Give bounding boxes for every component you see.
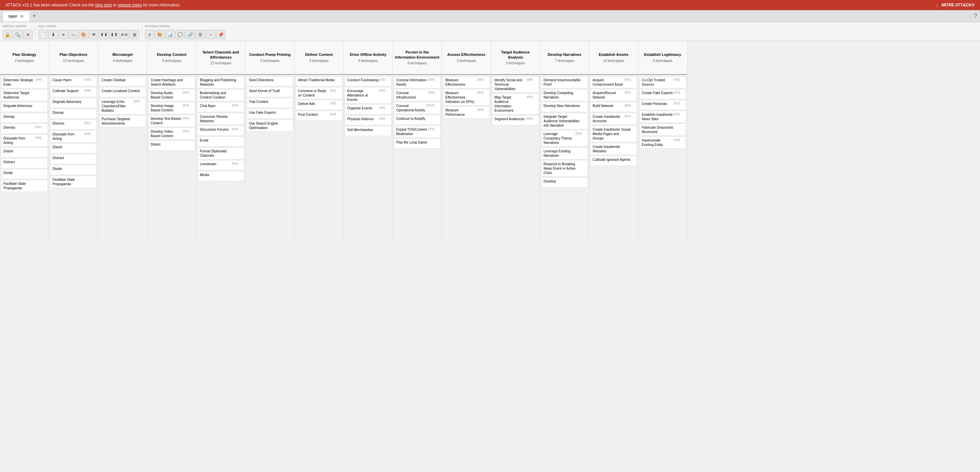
technique-item[interactable]: Leverage Conspiracy Theory Narratives(0/… <box>541 130 588 146</box>
drag-handle[interactable]: ⋮ <box>337 79 340 83</box>
technique-item[interactable]: Cultivate Support(0/8)⋮ <box>50 87 97 97</box>
drag-handle[interactable]: ⋮ <box>91 101 94 105</box>
drag-handle[interactable]: ⋮ <box>582 167 585 171</box>
drag-handle[interactable]: ⋮ <box>42 184 45 188</box>
drag-handle[interactable]: ⋮ <box>386 79 389 83</box>
technique-item[interactable]: Establish Inauthentic News Sites(0/2)⋮ <box>640 111 686 123</box>
technique-item[interactable]: Use Search Engine Optimisation⋮ <box>247 119 293 132</box>
mitre-brand-link[interactable]: MITRE ATT&CK® <box>942 3 975 8</box>
close-all-button[interactable]: ✕✕ <box>119 30 129 39</box>
technique-item[interactable]: Create Inauthentic Websites⋮ <box>590 143 637 155</box>
technique-item[interactable]: Measure Effectiveness(0/5)⋮ <box>443 76 490 88</box>
technique-item[interactable]: Create Inauthentic Social Media Pages an… <box>590 126 637 142</box>
drag-handle[interactable]: ⋮ <box>288 112 291 116</box>
tactic-header[interactable]: Plan Strategy2 techniques <box>0 41 49 75</box>
drag-handle[interactable]: ⋮ <box>632 117 635 121</box>
drag-handle[interactable]: ⋮ <box>91 146 94 150</box>
technique-item[interactable]: Develop New Narratives⋮ <box>541 102 588 112</box>
drag-handle[interactable]: ⋮ <box>533 118 536 122</box>
drag-handle[interactable]: ⋮ <box>337 103 340 107</box>
drag-handle[interactable]: ⋮ <box>632 80 635 84</box>
technique-item[interactable]: Use Fake Experts⋮ <box>247 109 293 119</box>
collapse-button[interactable]: ⬇⬆ <box>110 30 119 39</box>
technique-item[interactable]: Dismay⋮ <box>50 109 97 119</box>
new-layer-button[interactable]: 📄 <box>38 30 48 39</box>
drag-handle[interactable]: ⋮ <box>386 129 389 133</box>
drag-handle[interactable]: ⋮ <box>239 151 242 156</box>
tactic-header[interactable]: Persist in the Information Environment6 … <box>393 41 442 75</box>
drag-handle[interactable]: ⋮ <box>140 90 143 94</box>
drag-handle[interactable]: ⋮ <box>91 157 94 161</box>
drag-handle[interactable]: ⋮ <box>386 107 389 111</box>
technique-item[interactable]: Segment Audiences(0/5)⋮ <box>492 115 539 125</box>
technique-item[interactable]: Determine Strategic Ends(0/4)⋮ <box>1 76 48 88</box>
drag-handle[interactable]: ⋮ <box>91 168 94 172</box>
technique-item[interactable]: Create Localised Content⋮ <box>99 87 146 97</box>
technique-item[interactable]: Facilitate State Propaganda⋮ <box>50 176 97 188</box>
drag-handle[interactable]: ⋮ <box>42 105 45 109</box>
list-button[interactable]: ☰ <box>196 30 205 39</box>
technique-item[interactable]: Livestream(0/2)⋮ <box>197 160 244 170</box>
drag-handle[interactable]: ⋮ <box>632 93 635 97</box>
technique-item[interactable]: Co-Opt Trusted Sources(0/3)⋮ <box>640 76 686 88</box>
technique-item[interactable]: Media⋮ <box>197 171 244 181</box>
drag-handle[interactable]: ⋮ <box>435 80 438 84</box>
drag-handle[interactable]: ⋮ <box>288 101 291 105</box>
technique-item[interactable]: Distract⋮ <box>50 154 97 164</box>
technique-item[interactable]: Conceal Information Assets(0/5)⋮ <box>394 76 441 88</box>
comment-button[interactable]: 💬 <box>175 30 185 39</box>
technique-item[interactable]: Dismiss(0/1)⋮ <box>50 119 97 130</box>
drag-handle[interactable]: ⋮ <box>582 80 585 84</box>
sort-button[interactable]: ↑↓ <box>69 30 78 39</box>
technique-item[interactable]: Measure Performance(0/3)⋮ <box>443 106 490 119</box>
download-button[interactable]: ⬇ <box>48 30 58 39</box>
drag-handle[interactable]: ⋮ <box>681 115 684 119</box>
drag-handle[interactable]: ⋮ <box>632 132 635 136</box>
technique-item[interactable]: Leverage Existing Narratives⋮ <box>541 147 588 159</box>
technique-item[interactable]: Sell Merchandise⋮ <box>345 126 391 136</box>
drag-handle[interactable]: ⋮ <box>42 172 45 176</box>
technique-item[interactable]: Comment or Reply on Content(0/1)⋮ <box>296 87 342 99</box>
drag-handle[interactable]: ⋮ <box>484 80 487 84</box>
drag-handle[interactable]: ⋮ <box>681 103 684 107</box>
technique-item[interactable]: Distort⋮ <box>50 143 97 153</box>
drag-handle[interactable]: ⋮ <box>140 104 143 108</box>
technique-item[interactable]: Divide⋮ <box>50 165 97 175</box>
drag-handle[interactable]: ⋮ <box>42 150 45 154</box>
drag-handle[interactable]: ⋮ <box>582 137 585 140</box>
drag-handle[interactable]: ⋮ <box>91 180 94 184</box>
disable-button[interactable]: ~ <box>206 30 215 39</box>
tactic-header[interactable]: Target Audience Analysis3 techniques <box>491 41 540 75</box>
technique-item[interactable]: Impersonate Existing Entity(0/5)⋮ <box>640 137 686 149</box>
drag-handle[interactable]: ⋮ <box>42 93 45 97</box>
drag-handle[interactable]: ⋮ <box>239 80 242 84</box>
technique-item[interactable]: Distract⋮ <box>1 158 48 168</box>
drag-handle[interactable]: ⋮ <box>42 127 45 131</box>
drag-handle[interactable]: ⋮ <box>435 106 438 110</box>
drag-handle[interactable]: ⋮ <box>484 95 487 100</box>
technique-item[interactable]: Dissuade from Acting(0/3)⋮ <box>1 134 48 146</box>
drag-handle[interactable]: ⋮ <box>91 79 94 83</box>
drag-handle[interactable]: ⋮ <box>533 83 536 87</box>
drag-handle[interactable]: ⋮ <box>189 80 192 84</box>
technique-item[interactable]: Physical Violence(0/2)⋮ <box>345 115 391 125</box>
technique-item[interactable]: Develop Video-Based Content(0/2)⋮ <box>148 128 195 140</box>
filter-button[interactable]: ≡ <box>59 30 68 39</box>
drag-handle[interactable]: ⋮ <box>632 159 635 163</box>
drag-handle[interactable]: ⋮ <box>239 163 242 167</box>
drag-handle[interactable]: ⋮ <box>582 119 585 123</box>
drag-handle[interactable]: ⋮ <box>288 90 291 94</box>
technique-item[interactable]: Trial Content⋮ <box>247 98 293 108</box>
technique-item[interactable]: Conduct Fundraising(0/1)⋮ <box>345 76 391 86</box>
link-button[interactable]: 🔗 <box>186 30 195 39</box>
tactic-header[interactable]: Establish Legitimacy6 techniques <box>638 41 687 75</box>
technique-item[interactable]: Create Inauthentic Accounts(0/4)⋮ <box>590 113 637 125</box>
tactic-header[interactable]: Plan Objectives13 techniques <box>49 41 98 75</box>
technique-item[interactable]: Play the Long Game⋮ <box>394 138 441 149</box>
technique-item[interactable]: Cause Harm(0/3)⋮ <box>50 76 97 86</box>
drag-handle[interactable]: ⋮ <box>681 92 684 96</box>
technique-item[interactable]: Create Hashtags and Search Artefacts⋮ <box>148 76 195 88</box>
drag-handle[interactable]: ⋮ <box>189 93 192 97</box>
tactic-header[interactable]: Select Channels and Affordances12 techni… <box>196 41 245 75</box>
technique-item[interactable]: Create Clickbait⋮ <box>99 76 146 86</box>
